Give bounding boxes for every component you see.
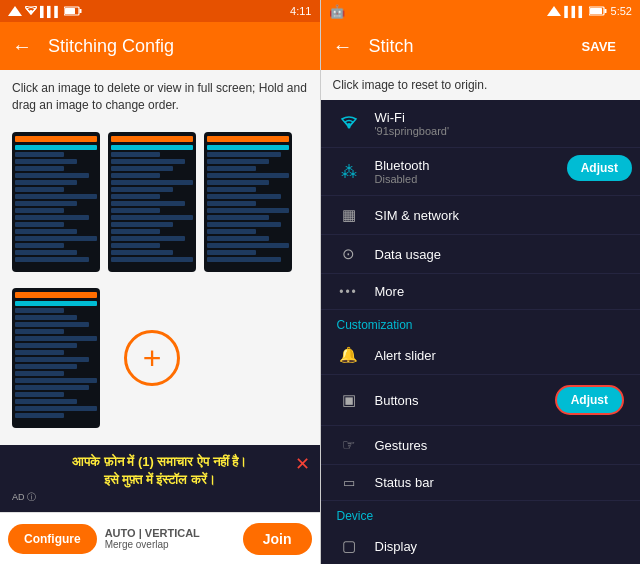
- sim-text: SIM & network: [375, 208, 625, 223]
- signal-icon-right: [547, 6, 561, 16]
- adjust-button-top[interactable]: Adjust: [567, 155, 632, 181]
- back-button-left[interactable]: ←: [12, 35, 32, 58]
- settings-list: Adjust Wi-Fi '91springboard': [321, 100, 641, 564]
- ad-label: AD ⓘ: [12, 491, 36, 504]
- ad-close-button[interactable]: ✕: [295, 453, 310, 475]
- data-title: Data usage: [375, 247, 625, 262]
- statusbar-text: Status bar: [375, 475, 625, 490]
- bottom-toolbar: Configure AUTO | VERTICAL Merge overlap …: [0, 512, 320, 564]
- settings-item-buttons[interactable]: ▣ Buttons Adjust: [321, 375, 641, 426]
- data-usage-icon: ⊙: [337, 245, 361, 263]
- settings-item-gestures[interactable]: ☞ Gestures: [321, 426, 641, 465]
- settings-item-data[interactable]: ⊙ Data usage: [321, 235, 641, 274]
- thumbnail-1[interactable]: [12, 132, 100, 272]
- gestures-title: Gestures: [375, 438, 625, 453]
- status-icons-left: ▌▌▌: [8, 6, 82, 17]
- ad-text-line2: इसे मुफ़्त में इंस्टॉल करें।: [104, 471, 216, 489]
- signal-bars-right: ▌▌▌: [564, 6, 585, 17]
- merge-auto-label: AUTO | VERTICAL: [105, 527, 235, 539]
- merge-overlap-label: Merge overlap: [105, 539, 235, 550]
- wifi-icon: [337, 115, 361, 133]
- more-title: More: [375, 284, 625, 299]
- right-panel: 🤖 ▌▌▌ 5:52 ← Stitch SAVE Click image to …: [321, 0, 641, 564]
- time-right: 5:52: [611, 5, 632, 17]
- wifi-sub: '91springboard': [375, 125, 625, 137]
- thumbnail-4[interactable]: [12, 288, 100, 428]
- statusbar-title: Status bar: [375, 475, 625, 490]
- wifi-status-icon: [25, 6, 37, 16]
- device-header: Device: [321, 501, 641, 527]
- toolbar-left: ← Stitching Config: [0, 22, 320, 70]
- bluetooth-icon: ⁂: [337, 162, 361, 181]
- alert-title: Alert slider: [375, 348, 625, 363]
- ad-banner: ✕ आपके फ़ोन में (1) समाचार ऐप नहीं है। इ…: [0, 445, 320, 512]
- svg-rect-7: [590, 8, 602, 14]
- wifi-svg: [340, 115, 358, 129]
- left-panel: ▌▌▌ 4:11 ← Stitching Config Click an ima…: [0, 0, 320, 564]
- thumbnail-2[interactable]: [108, 132, 196, 272]
- svg-rect-6: [604, 9, 606, 13]
- settings-list-inner: Adjust Wi-Fi '91springboard': [321, 100, 641, 564]
- status-icons-right: ▌▌▌: [547, 6, 606, 17]
- wifi-text: Wi-Fi '91springboard': [375, 110, 625, 137]
- alert-text: Alert slider: [375, 348, 625, 363]
- sim-icon: ▦: [337, 206, 361, 224]
- gestures-icon: ☞: [337, 436, 361, 454]
- alert-slider-icon: 🔔: [337, 346, 361, 364]
- svg-rect-3: [65, 8, 75, 14]
- svg-marker-0: [8, 6, 22, 16]
- data-text: Data usage: [375, 247, 625, 262]
- thumbnail-3[interactable]: [204, 132, 292, 272]
- adjust-button-bottom[interactable]: Adjust: [555, 385, 624, 415]
- more-text: More: [375, 284, 625, 299]
- android-icon: 🤖: [329, 4, 345, 19]
- battery-icon-left: [64, 6, 82, 16]
- display-icon: ▢: [337, 537, 361, 555]
- display-text: Display: [375, 539, 625, 554]
- sim-title: SIM & network: [375, 208, 625, 223]
- settings-item-sim[interactable]: ▦ SIM & network: [321, 196, 641, 235]
- signal-icon: [8, 6, 22, 16]
- battery-icon-right: [589, 6, 607, 16]
- svg-marker-4: [547, 6, 561, 16]
- settings-item-alert[interactable]: 🔔 Alert slider: [321, 336, 641, 375]
- settings-item-display[interactable]: ▢ Display: [321, 527, 641, 564]
- add-circle-icon: +: [124, 330, 180, 386]
- add-image-button[interactable]: +: [108, 288, 196, 428]
- settings-item-wifi[interactable]: Wi-Fi '91springboard': [321, 100, 641, 148]
- customization-header: Customization: [321, 310, 641, 336]
- svg-point-8: [347, 125, 350, 128]
- settings-item-more[interactable]: ••• More: [321, 274, 641, 310]
- signal-bars-left: ▌▌▌: [40, 6, 61, 17]
- toolbar-right: ← Stitch SAVE: [321, 22, 641, 70]
- more-icon: •••: [337, 285, 361, 299]
- join-button[interactable]: Join: [243, 523, 312, 555]
- gestures-text: Gestures: [375, 438, 625, 453]
- statusbar-icon: ▭: [337, 475, 361, 490]
- instruction-text-left: Click an image to delete or view in full…: [0, 70, 320, 124]
- wifi-title: Wi-Fi: [375, 110, 625, 125]
- buttons-title: Buttons: [375, 393, 555, 408]
- merge-info: AUTO | VERTICAL Merge overlap: [105, 527, 235, 550]
- back-button-right[interactable]: ←: [333, 35, 353, 58]
- display-title: Display: [375, 539, 625, 554]
- buttons-text: Buttons: [375, 393, 555, 408]
- svg-rect-2: [80, 9, 82, 13]
- settings-item-statusbar[interactable]: ▭ Status bar: [321, 465, 641, 501]
- ad-text-line1: आपके फ़ोन में (1) समाचार ऐप नहीं है।: [72, 453, 247, 471]
- page-title-left: Stitching Config: [48, 36, 174, 57]
- page-title-right: Stitch: [369, 36, 554, 57]
- save-button[interactable]: SAVE: [570, 22, 628, 70]
- time-left: 4:11: [290, 5, 311, 17]
- instruction-text-right: Click image to reset to origin.: [321, 70, 641, 100]
- images-grid: +: [0, 124, 320, 445]
- configure-button[interactable]: Configure: [8, 524, 97, 554]
- status-bar-right: 🤖 ▌▌▌ 5:52: [321, 0, 641, 22]
- status-bar-left: ▌▌▌ 4:11: [0, 0, 320, 22]
- buttons-icon: ▣: [337, 391, 361, 409]
